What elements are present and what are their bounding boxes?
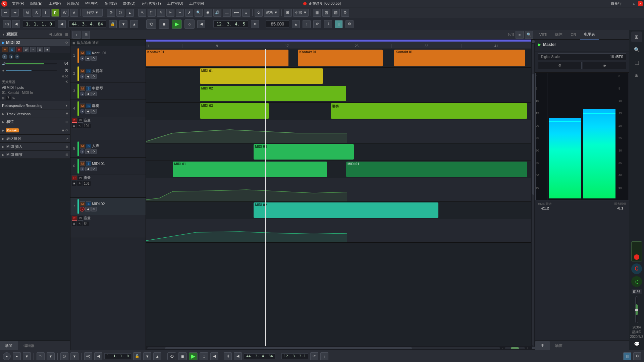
tool8-button[interactable]: ⟵ [232, 9, 241, 17]
bottom-sync-btn[interactable]: ⟳ [310, 352, 318, 360]
l-button[interactable]: L [42, 9, 50, 17]
monitor-button[interactable]: ||| [335, 20, 343, 28]
search-icon[interactable]: 🔍 [631, 44, 642, 55]
loop-button[interactable]: ⟲ [146, 19, 156, 29]
track-extra-button[interactable]: ⊞ [37, 47, 43, 52]
transport-menu-button[interactable]: ▼ [119, 20, 127, 28]
tempo-up-button[interactable]: ▲ [292, 20, 300, 28]
sync-button[interactable]: ⟳ [313, 20, 321, 28]
maximize-button[interactable]: □ [632, 1, 637, 6]
bottom-punch-right[interactable]: ◀ [210, 352, 218, 360]
a-button[interactable]: A [70, 9, 78, 17]
menu-audio[interactable]: 音频(A) [64, 1, 82, 6]
redo-button[interactable]: ↪ [11, 9, 19, 17]
meter-rewind-button[interactable]: ⏮ [583, 62, 627, 69]
track-1-left[interactable]: ◀ [85, 56, 91, 61]
track-mute-button[interactable]: M [2, 47, 8, 52]
touch-mode-button[interactable]: 触控 ▼ [83, 9, 103, 17]
midi-button[interactable]: ⬙ [255, 9, 263, 17]
clip-1b[interactable]: Kontakt 01 [298, 50, 383, 66]
clip-2a[interactable]: MIDI 01 [200, 68, 323, 84]
scrollbar-track[interactable] [147, 347, 500, 349]
bottom-monitor-button[interactable]: ▼ [23, 352, 31, 360]
clip-6a[interactable]: MIDI 01 [173, 162, 327, 177]
bottom-down-button[interactable]: ▼ [143, 352, 151, 360]
track-7-left[interactable]: ◀ [85, 207, 91, 212]
record-cycle-button[interactable]: ○ [184, 19, 195, 29]
tab-cr[interactable]: CR [567, 30, 580, 40]
automation-4-r[interactable]: R [72, 118, 77, 123]
add-track-button[interactable]: + [72, 31, 80, 39]
settings-icon[interactable]: ☰ [65, 33, 68, 36]
clip-1c[interactable]: Kontakt 01 [394, 50, 525, 66]
track-1-mute[interactable]: M [80, 51, 85, 55]
bottom-meter-btn[interactable]: ||| [623, 352, 631, 360]
expand-button[interactable]: ▲ [126, 9, 134, 17]
track-6-mute[interactable]: M [80, 161, 85, 166]
mute-button[interactable]: ◉ [204, 9, 212, 17]
clip-7a[interactable]: MIDI 02 [254, 202, 438, 218]
bottom-wave-mode[interactable]: ▼ [47, 352, 55, 360]
scrollbar-thumb[interactable] [165, 347, 412, 349]
bottom-extra-btn[interactable]: ⟩⟩ [224, 352, 232, 360]
scroll-up-button[interactable] [532, 40, 535, 43]
draw-button[interactable]: ✎ [157, 9, 165, 17]
menu-edit[interactable]: 编辑(E) [28, 1, 45, 6]
track-6-cycle[interactable]: ⟳ [91, 167, 97, 171]
aq-button[interactable]: AQ [3, 20, 11, 28]
track-3-mute[interactable]: M [80, 86, 85, 91]
transport-up-button[interactable]: ▲ [130, 20, 138, 28]
track-settings-icon[interactable]: ⟳ [65, 41, 68, 45]
menu-media[interactable]: 媒体(D) [120, 1, 138, 6]
track-read-button[interactable]: R [16, 47, 22, 52]
s-button[interactable]: S [33, 9, 41, 17]
track-config-button[interactable]: ⊞ [82, 31, 90, 39]
grid-toggle[interactable]: 網格 ▼ [264, 9, 279, 17]
bottom-nudge-btn[interactable]: ◀ [234, 352, 242, 360]
glue-button[interactable]: ✗ [185, 9, 193, 17]
clip-4b[interactable]: 群奏 [331, 103, 527, 119]
bottom-record-mode[interactable]: ● [13, 352, 21, 360]
automation-4-w[interactable]: W [78, 118, 83, 123]
view-settings[interactable]: ⚙ [341, 9, 349, 17]
track-4-left[interactable]: ◀ [85, 109, 91, 114]
chat-icon[interactable]: 💬 [634, 341, 640, 347]
automation-6-r[interactable]: R [72, 176, 77, 180]
view-btn2[interactable]: ▧ [322, 9, 330, 17]
tab-vsti[interactable]: VSTi [535, 30, 551, 40]
range-button[interactable]: ⬚ [148, 9, 156, 17]
layout-btn1[interactable]: ⊞ [284, 9, 292, 17]
track-5-mute[interactable]: M [80, 144, 85, 148]
bottom-up-button[interactable]: ▲ [153, 352, 161, 360]
bottom-power-button[interactable]: ● [3, 352, 11, 360]
minimize-button[interactable]: ─ [626, 1, 631, 6]
menu-studio[interactable]: 工作室(U) [164, 1, 186, 6]
timeline-scrollbar[interactable]: - + [146, 346, 531, 350]
bottom-loop-btn[interactable]: ⟲ [167, 352, 176, 360]
punch-right-button[interactable]: ◀ [197, 20, 205, 28]
bottom-play-btn[interactable]: ▶ [189, 352, 198, 360]
erase-button[interactable]: ✂ [166, 9, 174, 17]
w-button[interactable]: W [61, 9, 69, 17]
track-2-solo[interactable]: S [86, 69, 91, 73]
chord-section-button[interactable]: ▶ 和弦 ⊞ [0, 118, 70, 126]
zoom-button[interactable]: 🔍 [195, 9, 203, 17]
menu-transport[interactable]: 运行控制(T) [139, 1, 164, 6]
position-arrow-button[interactable]: ◀ [58, 20, 66, 28]
stop-button[interactable]: ■ [159, 19, 169, 29]
track-4-mute[interactable]: M [80, 104, 85, 108]
align-button[interactable]: ⬡ [116, 9, 124, 17]
speaker-button[interactable]: 🔊 [213, 9, 221, 17]
metronome-button[interactable]: ♩ [324, 20, 332, 28]
volume-slider-vertical[interactable] [635, 296, 638, 323]
track-search-button[interactable]: 🔍 [525, 31, 533, 39]
midi-tune-button[interactable]: ▶ MIDI 调节 ⊞ [0, 151, 70, 159]
bottom-wave-button[interactable]: 〜 [37, 352, 45, 360]
bottom-metro-btn[interactable]: ↑ [320, 352, 328, 360]
track-4-cycle[interactable]: ⟳ [91, 109, 97, 114]
snap-button[interactable]: 小節 ▼ [293, 9, 309, 17]
meter-settings[interactable]: ⚙ [345, 20, 354, 28]
retrospective-bar[interactable]: Retrospective Recording ▼ [0, 101, 70, 110]
scroll-down-button[interactable] [532, 347, 535, 349]
bottom-aq-button[interactable]: AQ [84, 352, 92, 360]
